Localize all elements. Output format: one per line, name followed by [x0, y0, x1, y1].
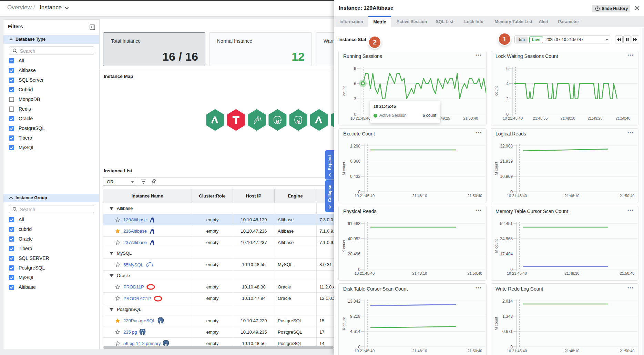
svg-text:21:50:40: 21:50:40: [468, 271, 482, 275]
svg-text:21:46:55: 21:46:55: [533, 116, 548, 120]
svg-text:0.866: 0.866: [350, 159, 360, 164]
svg-text:M count: M count: [494, 162, 498, 175]
svg-text:4: 4: [506, 81, 509, 86]
svg-text:21:50:40: 21:50:40: [468, 194, 482, 198]
svg-text:M count: M count: [494, 317, 498, 330]
svg-text:21:50:40: 21:50:40: [468, 349, 482, 353]
svg-text:6: 6: [506, 66, 509, 71]
svg-text:21:48:10: 21:48:10: [565, 194, 580, 198]
svg-text:21:50:40: 21:50:40: [616, 116, 631, 120]
svg-text:10 21:45:40: 10 21:45:40: [355, 271, 375, 275]
svg-text:9.228: 9.228: [350, 314, 360, 319]
svg-text:0.671: 0.671: [502, 329, 513, 334]
svg-text:21:50:40: 21:50:40: [620, 271, 635, 275]
svg-text:2.014: 2.014: [502, 299, 513, 304]
svg-text:21:48:10: 21:48:10: [412, 271, 427, 275]
svg-text:17.484: 17.484: [500, 252, 513, 256]
svg-text:count: count: [342, 87, 346, 96]
svg-text:count: count: [494, 87, 498, 96]
svg-text:21:48:10: 21:48:10: [561, 116, 575, 120]
svg-text:21:50:40: 21:50:40: [463, 116, 478, 120]
svg-text:21:48:10: 21:48:10: [565, 271, 580, 275]
svg-text:40.992: 40.992: [348, 236, 360, 241]
svg-text:52.451: 52.451: [500, 221, 513, 226]
svg-text:0.433: 0.433: [350, 174, 360, 179]
svg-text:K count: K count: [342, 317, 346, 330]
svg-text:61.488: 61.488: [348, 221, 360, 226]
svg-text:21:48:10: 21:48:10: [412, 349, 427, 353]
svg-text:10 21:45:40: 10 21:45:40: [507, 194, 527, 198]
svg-text:21:48:10: 21:48:10: [565, 349, 580, 353]
svg-text:10 21:45:40: 10 21:45:40: [507, 349, 527, 353]
svg-text:21:48:10: 21:48:10: [412, 194, 427, 198]
svg-text:10 21:45:40: 10 21:45:40: [355, 194, 375, 198]
svg-text:6: 6: [354, 81, 356, 86]
svg-text:9: 9: [354, 66, 356, 71]
svg-text:21:50:40: 21:50:40: [620, 349, 635, 353]
svg-text:21:50:40: 21:50:40: [620, 194, 635, 198]
svg-text:10.969: 10.969: [500, 174, 513, 179]
svg-text:1.343: 1.343: [502, 314, 513, 319]
svg-text:13.842: 13.842: [348, 299, 360, 304]
svg-text:3: 3: [354, 97, 356, 101]
svg-text:M count: M count: [494, 239, 498, 253]
svg-text:10 21:45:40: 10 21:45:40: [350, 116, 370, 120]
svg-text:20.496: 20.496: [348, 252, 360, 256]
svg-text:K count: K count: [342, 240, 346, 252]
svg-text:M count: M count: [342, 162, 346, 175]
svg-text:4.614: 4.614: [350, 329, 360, 334]
svg-text:32.908: 32.908: [500, 144, 513, 149]
svg-text:21:49:25: 21:49:25: [588, 116, 603, 120]
svg-text:34.968: 34.968: [500, 236, 513, 241]
svg-text:10 21:45:40: 10 21:45:40: [507, 271, 527, 275]
svg-text:21.939: 21.939: [500, 159, 513, 164]
svg-text:10 21:45:40: 10 21:45:40: [355, 349, 375, 353]
svg-text:10 21:45:40: 10 21:45:40: [503, 116, 523, 120]
svg-text:1.298: 1.298: [350, 144, 360, 149]
svg-text:2: 2: [506, 97, 509, 101]
